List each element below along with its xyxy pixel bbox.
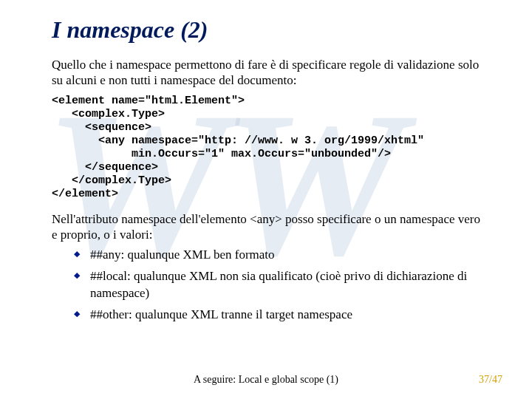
footer-next-slide: A seguire: Local e global scope (1) (0, 374, 532, 386)
list-item: ##other: qualunque XML tranne il target … (74, 307, 480, 324)
slide-title: I namespace (2) (52, 16, 480, 44)
bullet-list: ##any: qualunque XML ben formato ##local… (74, 247, 480, 324)
intro-paragraph: Quello che i namespace permettono di far… (52, 57, 480, 89)
list-item: ##local: qualunque XML non sia qualifica… (74, 268, 480, 302)
slide: WW I namespace (2) Quello che i namespac… (0, 0, 532, 399)
list-item: ##any: qualunque XML ben formato (74, 247, 480, 264)
slide-content: I namespace (2) Quello che i namespace p… (0, 0, 532, 324)
code-block: <element name="html.Element"> <complex.T… (52, 95, 480, 201)
page-number: 37/47 (479, 374, 502, 386)
paragraph-2: Nell'attributo namespace dell'elemento <… (52, 211, 480, 243)
